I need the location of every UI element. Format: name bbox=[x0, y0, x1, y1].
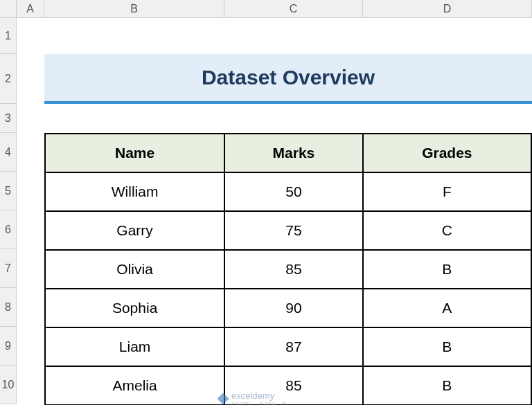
svg-rect-0 bbox=[218, 393, 229, 404]
row-header-7[interactable]: 7 bbox=[0, 249, 17, 288]
header-grades[interactable]: Grades bbox=[363, 134, 531, 172]
header-name[interactable]: Name bbox=[45, 134, 224, 172]
cell-marks[interactable]: 85 bbox=[224, 250, 362, 289]
watermark-brand: exceldemy bbox=[231, 390, 287, 401]
row-header-9[interactable]: 9 bbox=[0, 327, 17, 366]
table-row: Liam 87 B bbox=[45, 327, 531, 366]
spreadsheet: A B C D 1 2 3 4 5 6 7 8 9 10 Dataset Ove… bbox=[0, 0, 532, 405]
cell-marks[interactable]: 90 bbox=[224, 289, 362, 327]
grid-area[interactable]: Dataset Overview Name Marks Grades Willi… bbox=[17, 18, 532, 405]
row-header-3[interactable]: 3 bbox=[0, 104, 17, 133]
cell-grades[interactable]: B bbox=[363, 327, 531, 366]
row-header-4[interactable]: 4 bbox=[0, 133, 17, 172]
row-headers: 1 2 3 4 5 6 7 8 9 10 bbox=[0, 18, 17, 404]
table-row: Garry 75 C bbox=[45, 211, 531, 250]
watermark-text: exceldemy EXCEL · DATA · B bbox=[231, 390, 287, 405]
title-cell[interactable]: Dataset Overview bbox=[44, 54, 532, 104]
col-header-A[interactable]: A bbox=[17, 0, 44, 18]
watermark-sub: EXCEL · DATA · B bbox=[231, 401, 287, 405]
cell-grades[interactable]: C bbox=[363, 211, 531, 250]
col-header-D[interactable]: D bbox=[363, 0, 532, 18]
row-header-6[interactable]: 6 bbox=[0, 210, 17, 249]
cell-name[interactable]: Sophia bbox=[45, 289, 224, 327]
table-row: Olivia 85 B bbox=[45, 250, 531, 289]
col-header-B[interactable]: B bbox=[44, 0, 224, 18]
watermark-icon bbox=[218, 393, 229, 404]
cell-marks[interactable]: 87 bbox=[224, 327, 362, 366]
table-row: Amelia 85 B bbox=[45, 366, 531, 405]
row-header-1[interactable]: 1 bbox=[0, 18, 17, 54]
cell-grades[interactable]: B bbox=[363, 250, 531, 289]
column-headers: A B C D bbox=[17, 0, 532, 18]
watermark: exceldemy EXCEL · DATA · B bbox=[218, 390, 287, 405]
header-marks[interactable]: Marks bbox=[224, 134, 362, 172]
cell-grades[interactable]: F bbox=[363, 172, 531, 211]
row-header-8[interactable]: 8 bbox=[0, 288, 17, 327]
cell-name[interactable]: Amelia bbox=[45, 366, 224, 405]
table-row: Sophia 90 A bbox=[45, 289, 531, 327]
cell-name[interactable]: Garry bbox=[45, 211, 224, 250]
col-header-C[interactable]: C bbox=[224, 0, 363, 18]
cell-marks[interactable]: 50 bbox=[224, 172, 362, 211]
data-table: Name Marks Grades William 50 F Garry 75 … bbox=[44, 133, 532, 405]
cell-marks[interactable]: 75 bbox=[224, 211, 362, 250]
row-header-5[interactable]: 5 bbox=[0, 172, 17, 210]
table-row: William 50 F bbox=[45, 172, 531, 211]
select-all-corner[interactable] bbox=[0, 0, 17, 18]
cell-name[interactable]: Olivia bbox=[45, 250, 224, 289]
row-header-10[interactable]: 10 bbox=[0, 366, 17, 404]
table-header-row: Name Marks Grades bbox=[45, 134, 531, 172]
cell-name[interactable]: William bbox=[45, 172, 224, 211]
cell-grades[interactable]: B bbox=[363, 366, 531, 405]
row-header-2[interactable]: 2 bbox=[0, 54, 17, 104]
cell-grades[interactable]: A bbox=[363, 289, 531, 327]
cell-name[interactable]: Liam bbox=[45, 327, 224, 366]
